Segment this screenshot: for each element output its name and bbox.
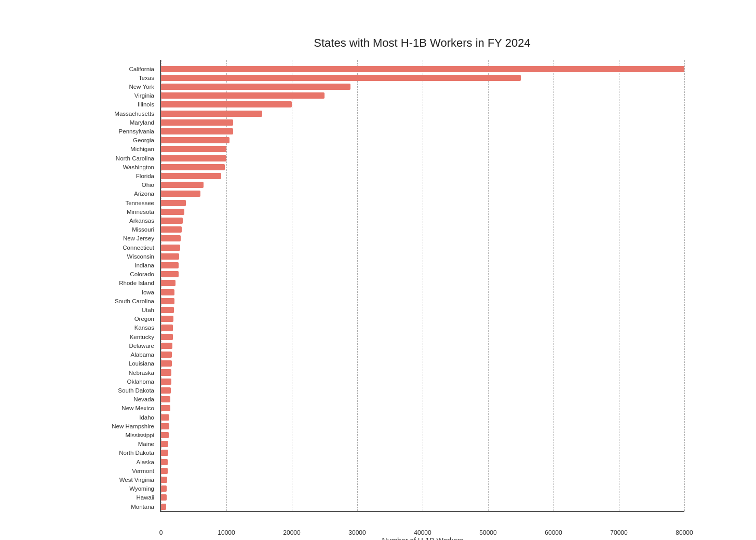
- bar-arizona: [161, 191, 200, 197]
- bar-michigan: [161, 146, 226, 152]
- bar-ohio: [161, 182, 204, 188]
- y-label-michigan: Michigan: [44, 145, 158, 154]
- bars-wrapper: [161, 64, 684, 511]
- y-label-iowa: Iowa: [44, 288, 158, 296]
- bar-utah: [161, 307, 174, 313]
- bar-oklahoma: [161, 379, 171, 385]
- bar-mississippi: [161, 432, 169, 438]
- y-label-texas: Texas: [44, 73, 158, 82]
- chart-area: CaliforniaTexasNew YorkVirginiaIllinoisM…: [160, 60, 684, 512]
- bar-row-south-carolina: [161, 296, 684, 305]
- y-label-arkansas: Arkansas: [44, 216, 158, 225]
- x-tick-label-70000: 70000: [610, 529, 627, 536]
- bar-maryland: [161, 119, 233, 126]
- bar-louisiana: [161, 360, 172, 367]
- bar-new-york: [161, 84, 350, 90]
- bar-row-washington: [161, 163, 684, 171]
- bar-florida: [161, 173, 221, 179]
- y-label-west-virginia: West Virginia: [44, 475, 158, 484]
- bar-row-louisiana: [161, 359, 684, 368]
- bar-row-new-mexico: [161, 404, 684, 413]
- x-tick-label-20000: 20000: [283, 529, 300, 536]
- x-tick-label-0: 0: [159, 529, 163, 536]
- y-label-massachusetts: Massachusetts: [44, 109, 158, 118]
- bar-row-texas: [161, 73, 684, 82]
- bar-row-north-dakota: [161, 449, 684, 457]
- bar-row-utah: [161, 305, 684, 314]
- y-label-california: California: [44, 64, 158, 73]
- bar-new-jersey: [161, 235, 181, 241]
- x-tick-label-60000: 60000: [545, 529, 562, 536]
- bar-row-florida: [161, 171, 684, 180]
- bar-row-colorado: [161, 270, 684, 279]
- bar-row-california: [161, 64, 684, 73]
- y-label-louisiana: Louisiana: [44, 359, 158, 368]
- x-tick-label-30000: 30000: [348, 529, 366, 536]
- bar-oregon: [161, 316, 173, 322]
- bar-row-nebraska: [161, 368, 684, 377]
- y-label-oregon: Oregon: [44, 315, 158, 323]
- y-label-north-carolina: North Carolina: [44, 154, 158, 163]
- bar-row-illinois: [161, 100, 684, 109]
- bar-montana: [161, 504, 166, 510]
- bar-north-carolina: [161, 155, 226, 161]
- bar-row-new-hampshire: [161, 422, 684, 430]
- bar-row-vermont: [161, 466, 684, 475]
- bar-alaska: [161, 459, 168, 465]
- y-label-colorado: Colorado: [44, 270, 158, 279]
- bar-row-kansas: [161, 323, 684, 332]
- bar-tennessee: [161, 200, 186, 206]
- bar-row-wisconsin: [161, 252, 684, 261]
- y-label-kentucky: Kentucky: [44, 332, 158, 341]
- bar-row-mississippi: [161, 430, 684, 439]
- bar-row-oregon: [161, 315, 684, 323]
- bar-minnesota: [161, 209, 184, 215]
- bar-vermont: [161, 468, 168, 474]
- y-label-connecticut: Connecticut: [44, 243, 158, 252]
- x-tick-label-10000: 10000: [218, 529, 235, 536]
- bar-hawaii: [161, 494, 167, 501]
- y-label-utah: Utah: [44, 305, 158, 314]
- x-tick-label-40000: 40000: [414, 529, 431, 536]
- bar-virginia: [161, 92, 325, 99]
- y-label-alaska: Alaska: [44, 457, 158, 466]
- bar-row-rhode-island: [161, 279, 684, 288]
- bar-texas: [161, 75, 521, 81]
- y-label-mississippi: Mississippi: [44, 430, 158, 439]
- bar-pennsylvania: [161, 128, 233, 134]
- bar-row-oklahoma: [161, 377, 684, 386]
- y-label-ohio: Ohio: [44, 181, 158, 190]
- bar-row-indiana: [161, 261, 684, 269]
- bar-row-south-dakota: [161, 386, 684, 395]
- bar-row-west-virginia: [161, 475, 684, 484]
- y-label-wisconsin: Wisconsin: [44, 252, 158, 261]
- bar-row-pennsylvania: [161, 127, 684, 136]
- y-label-north-dakota: North Dakota: [44, 449, 158, 457]
- y-label-georgia: Georgia: [44, 136, 158, 145]
- bar-south-dakota: [161, 387, 171, 394]
- bar-rhode-island: [161, 280, 176, 286]
- y-label-maryland: Maryland: [44, 118, 158, 127]
- y-label-rhode-island: Rhode Island: [44, 279, 158, 288]
- y-label-florida: Florida: [44, 171, 158, 180]
- bar-row-ohio: [161, 181, 684, 190]
- bar-row-alaska: [161, 457, 684, 466]
- y-label-illinois: Illinois: [44, 100, 158, 109]
- y-label-arizona: Arizona: [44, 190, 158, 198]
- y-label-hawaii: Hawaii: [44, 493, 158, 502]
- y-label-montana: Montana: [44, 502, 158, 511]
- bar-row-idaho: [161, 413, 684, 422]
- bar-delaware: [161, 343, 172, 349]
- y-label-kansas: Kansas: [44, 323, 158, 332]
- bar-nebraska: [161, 369, 171, 375]
- y-label-washington: Washington: [44, 163, 158, 171]
- bar-row-virginia: [161, 91, 684, 100]
- y-label-vermont: Vermont: [44, 466, 158, 475]
- bar-row-delaware: [161, 341, 684, 350]
- bar-kansas: [161, 325, 173, 331]
- bar-row-connecticut: [161, 243, 684, 252]
- y-label-alabama: Alabama: [44, 350, 158, 359]
- x-tick-label-80000: 80000: [676, 529, 693, 536]
- y-label-idaho: Idaho: [44, 413, 158, 422]
- bar-connecticut: [161, 245, 180, 251]
